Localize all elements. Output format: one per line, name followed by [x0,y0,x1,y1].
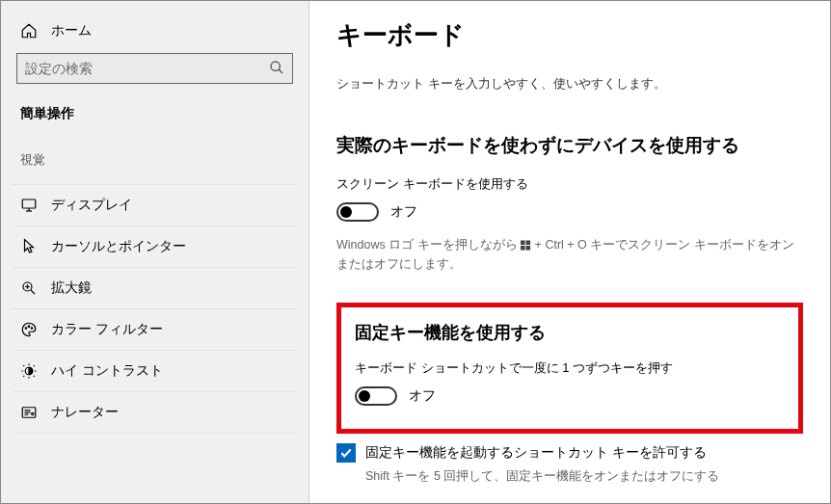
sticky-keys-title: 固定キー機能を使用する [355,321,785,344]
sidebar-item-label: カラー フィルター [51,321,163,338]
page-desc: ショートカット キーを入力しやすく、使いやすくします。 [336,75,803,93]
sidebar-item-label: ナレーター [51,404,119,421]
svg-line-8 [31,290,35,294]
sticky-keys-toggle[interactable] [355,386,397,406]
sticky-keys-shortcut-hint: Shift キーを 5 回押して、固定キー機能をオンまたはオフにする [365,468,803,485]
sticky-keys-toggle-row: オフ [355,386,785,406]
svg-point-11 [31,328,33,330]
palette-icon [20,321,38,338]
svg-line-20 [23,376,24,377]
page-title: キーボード [336,18,803,52]
svg-point-25 [32,412,34,414]
sticky-keys-shortcut-row: 固定キー機能を起動するショートカット キーを許可する [336,443,803,463]
sticky-keys-label: キーボード ショートカットで一度に 1 つずつキーを押す [355,359,785,377]
svg-point-10 [28,326,30,328]
onscreen-keyboard-label: スクリーン キーボードを使用する [336,175,803,193]
display-icon [20,197,38,214]
sidebar-item-color-filter[interactable]: カラー フィルター [13,308,297,350]
onscreen-keyboard-toggle-row: オフ [336,202,803,222]
cursor-icon [20,238,38,255]
home-label: ホーム [51,22,92,40]
svg-point-0 [271,62,280,70]
sidebar-item-magnifier[interactable]: 拡大鏡 [13,267,297,308]
category-title: 簡単操作 [13,105,297,151]
svg-line-1 [279,69,282,73]
sidebar-item-cursor[interactable]: カーソルとポインター [13,225,297,267]
sidebar: ホーム 簡単操作 視覚 ディスプレイ カーソルとポインター [1,1,309,503]
svg-rect-2 [22,199,36,208]
onscreen-keyboard-hint: Windows ロゴ キーを押しながら + Ctrl + O キーでスクリーン … [336,235,803,274]
sticky-keys-shortcut-checkbox[interactable] [336,443,356,463]
content: キーボード ショートカット キーを入力しやすく、使いやすくします。 実際のキーボ… [309,1,830,503]
section-label-visual: 視覚 [13,151,297,184]
sidebar-item-label: カーソルとポインター [51,238,186,255]
sidebar-item-label: 拡大鏡 [51,279,92,297]
svg-line-18 [34,376,35,377]
svg-rect-29 [526,246,531,251]
svg-rect-26 [521,241,525,246]
onscreen-keyboard-toggle-state: オフ [390,203,417,221]
search-box[interactable] [16,53,293,84]
home-nav[interactable]: ホーム [13,18,297,53]
sidebar-item-display[interactable]: ディスプレイ [13,184,297,225]
search-icon [269,60,284,78]
search-input[interactable] [25,61,269,76]
sidebar-item-label: ディスプレイ [51,197,132,214]
svg-line-19 [34,365,35,366]
contrast-icon [20,362,38,380]
sidebar-item-narrator[interactable]: ナレーター [13,391,297,434]
magnifier-icon [20,279,38,297]
svg-rect-27 [526,241,531,246]
onscreen-keyboard-toggle[interactable] [336,202,379,222]
narrator-icon [20,404,38,421]
sticky-keys-toggle-state: オフ [409,387,436,405]
windows-key-icon [521,240,531,251]
highlighted-sticky-keys-section: 固定キー機能を使用する キーボード ショートカットで一度に 1 つずつキーを押す… [336,303,803,434]
svg-point-9 [25,328,27,330]
section-onscreen-keyboard-title: 実際のキーボードを使わずにデバイスを使用する [336,133,803,158]
sidebar-item-high-contrast[interactable]: ハイ コントラスト [13,350,297,391]
nav-list: ディスプレイ カーソルとポインター 拡大鏡 カラー フィルター [13,184,297,434]
sticky-keys-shortcut-label: 固定キー機能を起動するショートカット キーを許可する [365,444,707,462]
home-icon [20,22,38,40]
svg-line-17 [23,365,24,366]
sidebar-item-label: ハイ コントラスト [51,362,163,380]
svg-rect-28 [521,246,525,251]
